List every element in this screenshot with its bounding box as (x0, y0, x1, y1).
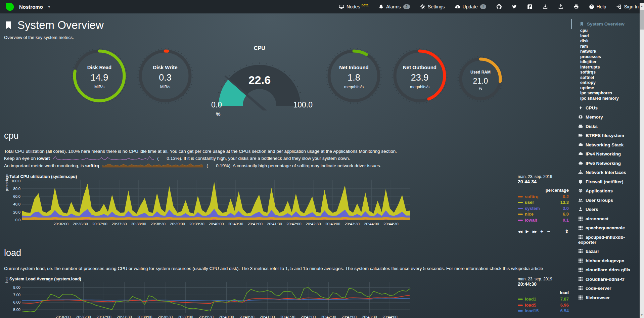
facebook-link[interactable] (527, 4, 533, 9)
sidebar-item-ram[interactable]: ram (571, 44, 639, 49)
load-chart-plot[interactable]: System Load Average (system.load) 5.006.… (9, 277, 411, 318)
user-icon (578, 207, 583, 212)
sidebar-item-binhex-delugevpn[interactable]: binhex-delugevpn (571, 258, 639, 263)
forward-icon[interactable]: ▶▶ (533, 230, 537, 233)
x-tick-label: 20:39:30 (198, 315, 214, 318)
sidebar-item-ipc-shared-memory[interactable]: ipc shared memory (571, 96, 639, 101)
gauge-disk-read[interactable]: Disk Read 14.9 MiB/s (71, 47, 128, 104)
legend-series-name[interactable]: load15 (525, 308, 539, 314)
import-button[interactable] (543, 4, 548, 9)
sidebar-item-processes[interactable]: processes (571, 54, 639, 60)
sidebar-item-label: Users (586, 207, 598, 212)
legend-series-name[interactable]: load1 (525, 296, 536, 302)
sidebar-item-user-groups[interactable]: User Groups (571, 198, 639, 203)
zoom-in-icon[interactable]: + (540, 228, 543, 234)
wikipedia-link[interactable]: wikipedia article (511, 266, 543, 271)
gauge-net-inbound[interactable]: Net Inbound 1.8 megabits/s (325, 47, 382, 104)
main-content: System Overview Overview of the key syst… (0, 13, 571, 318)
sidebar-item-filebrowser[interactable]: filebrowser (571, 295, 639, 300)
sidebar-item-ipv6-networking[interactable]: IPv6 Networking (571, 161, 639, 166)
sidebar-item-code-server[interactable]: code-server (571, 286, 639, 291)
settings-label: Settings (428, 4, 445, 9)
legend-series-name[interactable]: iowait (525, 217, 537, 223)
sidebar-item-cpus[interactable]: CPUs (571, 105, 639, 110)
sidebar-item-ipc-semaphores[interactable]: ipc semaphores (571, 91, 639, 96)
zoom-out-icon[interactable]: − (547, 228, 550, 234)
sidebar-item-ipv4-networking[interactable]: IPv4 Networking (571, 151, 639, 156)
gauge-net-outbound[interactable]: Net Outbound 23.9 megabits/s (391, 47, 448, 104)
play-icon[interactable]: ▶ (525, 229, 528, 234)
sidebar-item-softnet[interactable]: softnet (571, 75, 639, 81)
scrollbar-up-icon[interactable]: ▲ (640, 5, 644, 8)
sidebar-item-softirqs[interactable]: softirqs (571, 70, 639, 75)
resize-icon[interactable]: ⇕ (565, 229, 569, 234)
sidebar-item-entropy[interactable]: entropy (571, 80, 639, 86)
sidebar-item-airconnect[interactable]: airconnect (571, 216, 639, 221)
sidebar-item-networking-stack[interactable]: Networking Stack (571, 142, 639, 147)
sidebar-item-users[interactable]: Users (571, 207, 639, 212)
sidebar-menu: System Overview cpuloaddiskramnetworkpro… (571, 13, 639, 318)
sidebar-item-disk[interactable]: disk (571, 39, 639, 44)
sidebar-item-disks[interactable]: Disks (571, 124, 639, 129)
sidebar-item-uptime[interactable]: uptime (571, 86, 639, 91)
cpu-chart-plot[interactable]: Total CPU utilization (system.cpu) 0.020… (9, 174, 411, 228)
sign-in-button[interactable]: Sign In (616, 4, 639, 9)
sidebar-item-cpu[interactable]: cpu (571, 28, 639, 34)
print-button[interactable] (573, 4, 579, 9)
sidebar-item-label: Network Interfaces (586, 170, 626, 175)
legend-series-name[interactable]: softirq (525, 194, 538, 200)
x-tick-label: 20:40:00 (209, 222, 224, 226)
node-name[interactable]: Nostromo (19, 4, 43, 10)
gauge-title: Disk Write (137, 64, 194, 70)
sidebar-item-memory[interactable]: Memory (571, 115, 639, 120)
nodes-button[interactable]: Nodes beta (339, 4, 368, 9)
sidebar-item-cloudflare-ddns-gflix[interactable]: cloudflare-ddns-gflix (571, 267, 639, 272)
sidebar-item-label: Disks (586, 124, 598, 129)
cpu-utilization-canvas[interactable]: 0.020.040.060.080.0100.020:36:0020:36:30… (9, 180, 411, 227)
sidebar-item-idlejitter[interactable]: idlejitter (571, 59, 639, 65)
sidebar-item-label: Memory (586, 115, 603, 120)
sidebar-item-firewall-netfilter[interactable]: Firewall (netfilter) (571, 179, 639, 184)
sidebar-item-btrfs-filesystem[interactable]: BTRFS filesystem (571, 133, 639, 138)
scrollbar-down-icon[interactable]: ▼ (640, 314, 644, 317)
gauge-used-ram[interactable]: Used RAM 21.0 % (457, 55, 504, 102)
legend-swatch (518, 299, 523, 300)
alarms-button[interactable]: Alarms 2 (378, 4, 410, 9)
sidebar-item-network-interfaces[interactable]: Network Interfaces (571, 170, 639, 175)
gauge-cpu[interactable]: CPU 22.6 0.0 100.0 % (202, 45, 317, 117)
scrollbar-thumb[interactable] (640, 10, 644, 30)
sidebar-item-interrupts[interactable]: interrupts (571, 65, 639, 70)
sidebar-item-apacheguacamole[interactable]: apacheguacamole (571, 225, 639, 230)
load-chart-legend: man. 23. sep. 2019 20:44:30 load load17.… (518, 277, 569, 318)
legend-time: 20:44:34 (518, 179, 569, 184)
caret-down-icon[interactable]: ▾ (48, 5, 50, 9)
x-tick-label: 20:39:00 (178, 315, 193, 318)
export-button[interactable] (558, 4, 563, 9)
sidebar-item-bazarr[interactable]: bazarr (571, 249, 639, 254)
sidebar-item-system-overview[interactable]: System Overview (571, 19, 639, 28)
cpu-section-description: Total CPU utilization (all cores). 100% … (4, 148, 571, 170)
sidebar-item-apcupsd-influxdb-exporter[interactable]: apcupsd-influxdb-exporter (571, 235, 639, 245)
page-scrollbar[interactable]: ▲ ▼ (640, 3, 644, 318)
sidebar-item-cloudflare-ddns-tr[interactable]: cloudflare-ddns-tr (571, 277, 639, 282)
x-tick-label: 20:36:30 (73, 222, 88, 226)
backward-icon[interactable]: ◀◀ (518, 230, 522, 233)
legend-series-name[interactable]: user (525, 199, 534, 206)
legend-series-name[interactable]: load5 (525, 302, 536, 308)
sidebar-item-load[interactable]: load (571, 34, 639, 39)
gauge-disk-write[interactable]: Disk Write 0.3 MiB/s (137, 47, 194, 104)
legend-series-name[interactable]: nice (525, 211, 534, 217)
twitter-link[interactable] (512, 4, 517, 9)
cpu-desc-line2: Keep an eye on iowait (0.13%). If it is … (4, 155, 571, 162)
sidebar-item-applications[interactable]: Applications (571, 188, 639, 193)
sidebar-item-network[interactable]: network (571, 49, 639, 54)
load-average-canvas[interactable]: 5.006.007.008.0020:36:0020:36:3020:37:00… (9, 282, 411, 318)
update-button[interactable]: Update ! (455, 4, 486, 9)
settings-button[interactable]: Settings (420, 4, 445, 9)
x-tick-label: 20:41:00 (247, 222, 263, 226)
github-link[interactable] (496, 4, 502, 9)
brand[interactable]: Nostromo ▾ (5, 2, 50, 11)
help-button[interactable]: Help (589, 4, 606, 9)
softirq-sparkline (102, 164, 203, 169)
legend-series-name[interactable]: system (525, 206, 540, 212)
